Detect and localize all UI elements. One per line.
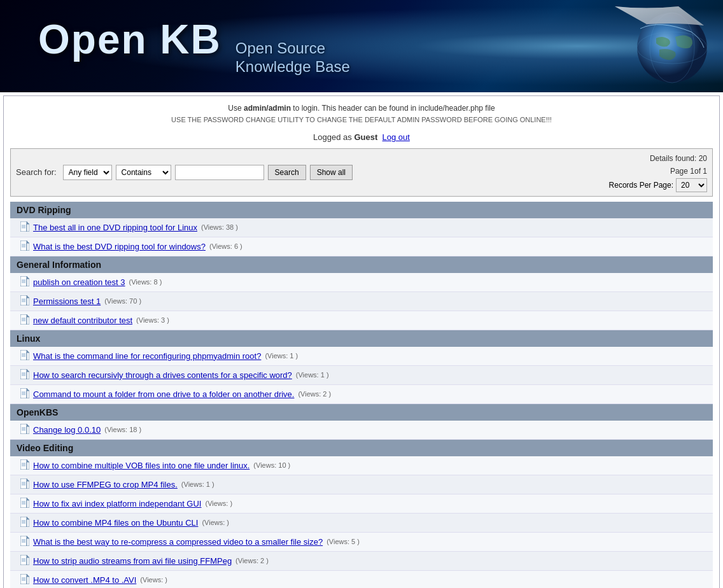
search-bar: Search for: Any field Title Content Cont…: [10, 148, 713, 197]
category-header: General Information: [10, 256, 713, 273]
article-views: (Views: 3 ): [136, 316, 169, 324]
svg-rect-29: [27, 353, 29, 360]
article-link[interactable]: Command to mount a folder from one drive…: [33, 389, 294, 399]
article-views: (Views: 8 ): [129, 278, 162, 286]
svg-rect-74: [27, 557, 29, 565]
document-icon: [20, 536, 29, 548]
svg-rect-69: [27, 538, 29, 546]
article-views: (Views: 6 ): [209, 242, 242, 250]
search-input[interactable]: [175, 165, 264, 180]
article-link[interactable]: How to combine MP4 files on the Ubuntu C…: [33, 518, 198, 528]
document-icon: [20, 459, 29, 472]
logout-link[interactable]: Log out: [383, 132, 410, 142]
article-link[interactable]: How to strip audio streams from avi file…: [33, 556, 232, 566]
article-link[interactable]: Permissions test 1: [33, 297, 101, 306]
subtitle-line1: Open Source: [235, 39, 350, 58]
document-icon: [20, 369, 29, 381]
article-link[interactable]: The best all in one DVD ripping tool for…: [33, 223, 197, 232]
svg-rect-4: [27, 224, 29, 232]
document-icon: [20, 424, 29, 436]
search-condition-select[interactable]: Contains Starts with Ends with: [116, 165, 171, 180]
article-link[interactable]: What is the best DVD ripping tool for wi…: [33, 242, 206, 251]
article-link[interactable]: Change log 0.0.10: [33, 425, 101, 435]
notice-credentials: admin/admin: [244, 104, 291, 113]
svg-rect-54: [27, 481, 29, 489]
article-link[interactable]: How to combine multiple VOB files into o…: [33, 461, 249, 470]
article-views: (Views: 70 ): [104, 297, 141, 305]
document-icon: [20, 388, 29, 400]
document-icon: [20, 221, 29, 234]
article-views: (Views: 10 ): [253, 461, 290, 469]
article-views: (Views: 38 ): [201, 223, 238, 231]
notice-prefix: Use: [228, 104, 244, 113]
svg-rect-24: [27, 317, 29, 325]
page-info: Page 1of 1: [670, 165, 707, 177]
article-link[interactable]: How to use FFMPEG to crop MP4 files.: [33, 480, 178, 489]
article-row: publish on creation test 3(Views: 8 ): [10, 273, 713, 292]
document-icon: [20, 350, 29, 362]
records-per-page-label: Records Per Page:: [609, 181, 673, 190]
document-icon: [20, 555, 29, 567]
article-views: (Views: 2 ): [298, 390, 331, 398]
svg-rect-14: [27, 279, 29, 286]
category-header: OpenKBS: [10, 404, 713, 421]
article-row: What is the best DVD ripping tool for wi…: [10, 237, 713, 256]
article-row: What is the best way to re-compress a co…: [10, 533, 713, 552]
article-link[interactable]: How to convert .MP4 to .AVI: [33, 575, 136, 585]
article-views: (Views: ): [140, 576, 167, 584]
svg-rect-79: [27, 577, 29, 584]
svg-rect-64: [27, 519, 29, 527]
article-link[interactable]: new default contributor test: [33, 316, 132, 325]
article-views: (Views: ): [202, 519, 229, 526]
notice-bar: Use admin/admin to login. This header ca…: [10, 102, 713, 126]
search-label: Search for:: [16, 167, 57, 177]
category-header: Linux: [10, 330, 713, 347]
article-row: Command to mount a folder from one drive…: [10, 385, 713, 404]
article-link[interactable]: publish on creation test 3: [33, 277, 125, 287]
svg-rect-44: [27, 426, 29, 434]
main-container: Use admin/admin to login. This header ca…: [3, 95, 720, 588]
svg-rect-59: [27, 500, 29, 508]
articles-list: DVD Ripping The best all in one DVD ripp…: [10, 202, 713, 588]
article-views: (Views: 1 ): [265, 352, 298, 360]
site-name: Open KB: [38, 16, 221, 63]
article-row: How to convert .MP4 to .AVI(Views: ): [10, 571, 713, 588]
document-icon: [20, 498, 29, 510]
article-row: How to search recursivly through a drive…: [10, 366, 713, 385]
article-row: What is the command line for reconfiguri…: [10, 347, 713, 366]
category-header: DVD Ripping: [10, 202, 713, 218]
search-controls: Search for: Any field Title Content Cont…: [16, 165, 353, 180]
records-per-page: Records Per Page: 20 50 100: [609, 178, 707, 192]
article-link[interactable]: What is the command line for reconfiguri…: [33, 351, 261, 361]
records-per-page-select[interactable]: 20 50 100: [676, 178, 707, 192]
category-header: Video Editing: [10, 440, 713, 456]
document-icon: [20, 517, 29, 529]
article-link[interactable]: How to search recursivly through a drive…: [33, 370, 292, 380]
document-icon: [20, 295, 29, 307]
article-row: How to use FFMPEG to crop MP4 files.(Vie…: [10, 475, 713, 494]
article-link[interactable]: What is the best way to re-compress a co…: [33, 537, 323, 547]
header-globe: [596, 6, 710, 89]
article-views: (Views: 18 ): [104, 426, 141, 433]
notice-warning: USE THE PASSWORD CHANGE UTILITY TO CHANG…: [10, 115, 713, 126]
search-field-select[interactable]: Any field Title Content: [63, 165, 112, 180]
header-banner: Open KB Open Source Knowledge Base: [0, 0, 723, 92]
show-all-button[interactable]: Show all: [310, 165, 353, 180]
document-icon: [20, 314, 29, 326]
svg-rect-39: [27, 391, 29, 398]
logged-as-label: Logged as: [313, 132, 354, 142]
article-row: How to fix avi index platform independan…: [10, 494, 713, 514]
article-row: How to strip audio streams from avi file…: [10, 552, 713, 571]
article-row: How to combine multiple VOB files into o…: [10, 456, 713, 475]
article-views: (Views: 1 ): [181, 480, 214, 488]
header-title: Open KB Open Source Knowledge Base: [0, 16, 350, 76]
article-views: (Views: 5 ): [326, 538, 360, 545]
article-row: Change log 0.0.10(Views: 18 ): [10, 421, 713, 440]
notice-suffix: to login. This header can be found in in…: [291, 104, 495, 113]
article-views: (Views: 1 ): [296, 371, 329, 379]
article-link[interactable]: How to fix avi index platform independan…: [33, 499, 201, 508]
document-icon: [20, 479, 29, 491]
details-found: Details found: 20: [650, 153, 707, 164]
article-row: new default contributor test(Views: 3 ): [10, 311, 713, 330]
search-button[interactable]: Search: [268, 165, 306, 180]
